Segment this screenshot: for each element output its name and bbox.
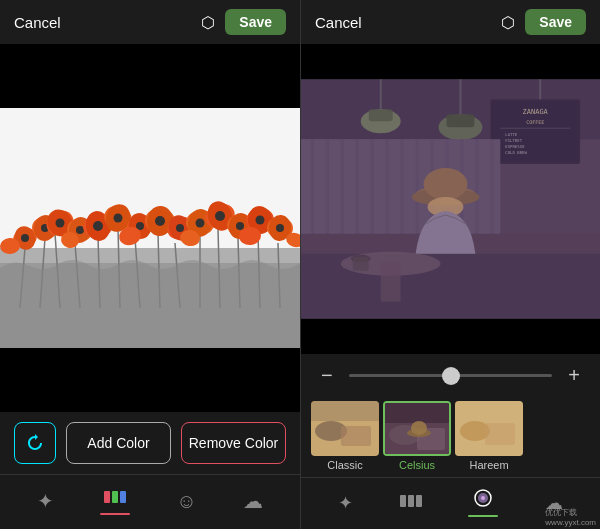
svg-point-56 [256, 216, 265, 225]
filter-classic-label: Classic [327, 459, 362, 471]
filter-slider-row: − + [301, 354, 600, 397]
svg-point-26 [56, 219, 65, 228]
left-image-area [0, 44, 300, 412]
left-panel: Cancel ⬡ Save [0, 0, 300, 529]
right-save-button[interactable]: Save [525, 9, 586, 35]
left-bottom-toolbar: Add Color Remove Color ✦ ☺ [0, 412, 300, 529]
svg-rect-120 [385, 403, 451, 423]
svg-rect-68 [120, 491, 126, 503]
svg-rect-129 [455, 401, 523, 456]
right-panel: Cancel ⬡ Save ZANAGA [300, 0, 600, 529]
svg-point-35 [114, 214, 123, 223]
svg-point-44 [176, 224, 184, 232]
tool-color[interactable] [90, 483, 140, 519]
filter-celsius-thumb [383, 401, 451, 456]
effects-icon: ☁ [243, 489, 263, 513]
filter-hareem-thumb [455, 401, 523, 456]
svg-rect-66 [104, 491, 110, 503]
left-top-icons: ⬡ Save [201, 9, 286, 35]
filter-strip: Classic Celsius [301, 397, 600, 477]
right-tool-effects[interactable]: ☁ [535, 488, 573, 518]
left-tool-icons: ✦ ☺ ☁ [0, 474, 300, 529]
remove-color-button[interactable]: Remove Color [181, 422, 286, 464]
tool-adjust[interactable]: ✦ [27, 485, 64, 517]
right-active-indicator [468, 515, 498, 517]
adjust-icon: ✦ [37, 489, 54, 513]
left-save-button[interactable]: Save [225, 9, 286, 35]
right-share-icon[interactable]: ⬡ [501, 13, 515, 32]
slider-plus-button[interactable]: + [568, 364, 580, 387]
right-tool-filter[interactable] [458, 484, 508, 521]
right-color-icon [400, 493, 422, 513]
svg-rect-114 [301, 79, 600, 318]
right-top-bar: Cancel ⬡ Save [301, 0, 600, 44]
svg-point-20 [21, 234, 29, 242]
face-icon: ☺ [176, 490, 196, 513]
slider-minus-button[interactable]: − [321, 364, 333, 387]
svg-rect-130 [400, 495, 406, 507]
right-bottom-toolbar: − + Classic [301, 354, 600, 529]
svg-point-32 [93, 221, 103, 231]
svg-rect-67 [112, 491, 118, 503]
right-cancel-button[interactable]: Cancel [315, 14, 362, 31]
slider-track[interactable] [349, 374, 553, 377]
svg-point-135 [481, 496, 485, 500]
filter-hareem-label: Hareem [469, 459, 508, 471]
share-icon[interactable]: ⬡ [201, 13, 215, 32]
svg-point-41 [155, 216, 165, 226]
filter-hareem[interactable]: Hareem [455, 401, 523, 471]
right-filter-icon [473, 488, 493, 512]
svg-point-29 [76, 226, 84, 234]
filter-classic[interactable]: Classic [311, 401, 379, 471]
right-image-area: ZANAGA COFFEE LATTE FILTRET ESPRESSO COL… [301, 44, 600, 354]
svg-rect-131 [408, 495, 414, 507]
slider-thumb[interactable] [442, 367, 460, 385]
right-tool-icons: ✦ [301, 477, 600, 529]
history-button[interactable] [14, 422, 56, 464]
svg-rect-118 [341, 426, 371, 446]
add-color-button[interactable]: Add Color [66, 422, 171, 464]
svg-point-50 [215, 211, 225, 221]
filter-celsius[interactable]: Celsius [383, 401, 451, 471]
svg-rect-116 [311, 401, 379, 421]
left-top-bar: Cancel ⬡ Save [0, 0, 300, 44]
filter-celsius-label: Celsius [399, 459, 435, 471]
action-buttons-row: Add Color Remove Color [0, 412, 300, 474]
active-indicator [100, 513, 130, 515]
right-tool-color[interactable] [390, 489, 432, 517]
right-top-icons: ⬡ Save [501, 9, 586, 35]
right-adjust-icon: ✦ [338, 492, 353, 514]
svg-point-47 [196, 219, 205, 228]
svg-point-59 [276, 224, 284, 232]
color-icon [104, 487, 126, 510]
right-effects-icon: ☁ [545, 492, 563, 514]
svg-rect-132 [416, 495, 422, 507]
filter-classic-thumb [311, 401, 379, 456]
tool-face[interactable]: ☺ [166, 486, 206, 517]
svg-point-53 [236, 222, 244, 230]
svg-point-124 [411, 421, 427, 435]
right-tool-adjust[interactable]: ✦ [328, 488, 363, 518]
tool-effects[interactable]: ☁ [233, 485, 273, 517]
left-cancel-button[interactable]: Cancel [14, 14, 61, 31]
